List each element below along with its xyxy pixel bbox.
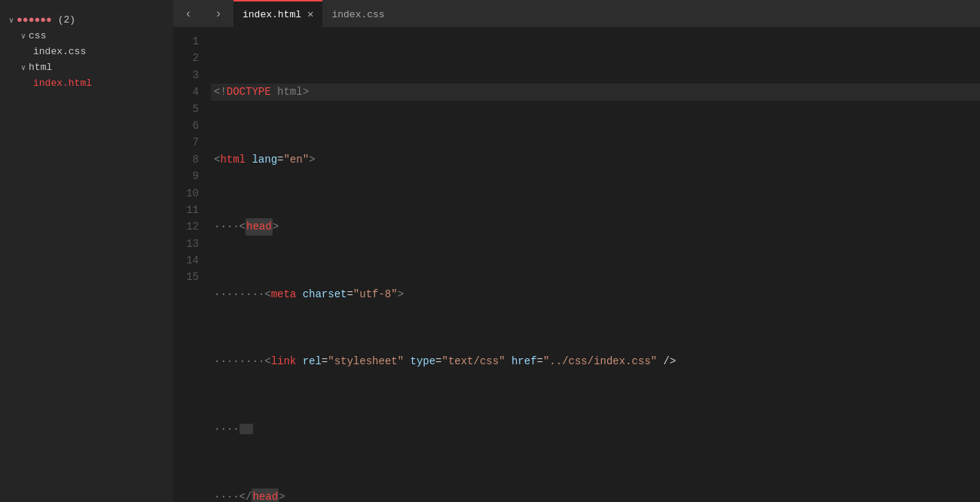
sidebar-header [0, 0, 173, 12]
line-num-5: 5 [173, 101, 199, 117]
code-token [296, 286, 302, 303]
code-token: ···· [214, 488, 240, 502]
code-line-6: ···· [211, 421, 980, 437]
code-token [246, 151, 252, 168]
code-token: < [264, 353, 270, 370]
code-token: type [411, 353, 436, 370]
code-token: href [511, 353, 537, 370]
code-token: < [214, 151, 220, 168]
line-num-10: 10 [173, 185, 199, 202]
code-token: DOCTYPE [227, 84, 271, 100]
code-token [296, 353, 302, 370]
line-num-7: 7 [173, 134, 199, 151]
line-num-6: 6 [173, 117, 199, 134]
code-token: </ [240, 488, 252, 502]
sidebar-item-html[interactable]: ∨ html [0, 59, 173, 75]
sidebar-item-index-css[interactable]: index.css [0, 44, 173, 59]
line-num-14: 14 [173, 252, 199, 269]
code-token: /> [657, 353, 676, 370]
code-token: = [322, 353, 328, 370]
code-token: ···· [214, 218, 240, 235]
line-num-2: 2 [173, 50, 199, 66]
tab-index-css[interactable]: index.css [322, 0, 398, 27]
sidebar: ∨ ●●●●●● (2) ∨ css index.css ∨ html inde… [0, 0, 173, 502]
code-editor[interactable]: 1 2 3 4 5 6 7 8 9 10 11 12 13 14 15 <!DO… [173, 27, 980, 502]
line-num-4: 4 [173, 84, 199, 100]
code-token: ···· [214, 421, 240, 437]
code-token: rel [303, 353, 322, 370]
code-token: > [398, 286, 404, 303]
code-token: head [246, 218, 273, 235]
line-num-9: 9 [173, 168, 199, 184]
line-num-3: 3 [173, 67, 199, 84]
code-line-3: ····<head> [211, 218, 980, 235]
code-line-5: ········<link rel="stylesheet" type="tex… [211, 353, 980, 370]
code-token: "stylesheet" [328, 353, 404, 370]
code-token: <! [214, 84, 227, 100]
code-token: link [271, 353, 297, 370]
tab-label: index.html [243, 9, 301, 20]
code-token: > [279, 488, 285, 502]
code-token: meta [271, 286, 297, 303]
editor-area: ‹ › index.html ✕ index.css 1 2 3 4 5 6 7… [173, 0, 980, 502]
code-line-1: <!DOCTYPE html> [211, 84, 980, 100]
code-token: "en" [283, 151, 309, 168]
line-numbers: 1 2 3 4 5 6 7 8 9 10 11 12 13 14 15 [173, 32, 211, 502]
index-css-label: index.css [33, 46, 86, 57]
code-line-4: ········<meta charset="utf-8"> [211, 286, 980, 303]
code-token: < [264, 286, 270, 303]
back-button[interactable]: ‹ [173, 0, 203, 27]
html-folder-label: html [29, 62, 52, 73]
code-token: html [220, 151, 246, 168]
line-num-15: 15 [173, 269, 199, 285]
code-token: head [252, 488, 279, 502]
code-token: "../css/index.css" [543, 353, 657, 370]
arrow-icon: ∨ [9, 16, 14, 25]
forward-button[interactable]: › [203, 0, 234, 27]
line-num-12: 12 [173, 218, 199, 235]
code-token: ········ [214, 286, 264, 303]
close-icon[interactable]: ✕ [307, 9, 313, 20]
arrow-icon: ∨ [21, 63, 26, 72]
code-token [404, 353, 410, 370]
index-html-label: index.html [33, 78, 92, 89]
tab-bar: ‹ › index.html ✕ index.css [173, 0, 980, 27]
code-token: lang [252, 151, 277, 168]
code-token: > [309, 151, 315, 168]
code-token [505, 353, 511, 370]
tab-label: index.css [331, 9, 384, 20]
line-num-1: 1 [173, 33, 199, 50]
sidebar-item-css[interactable]: ∨ css [0, 28, 173, 44]
code-line-2: <html lang="en"> [211, 151, 980, 168]
sidebar-item-root[interactable]: ∨ ●●●●●● (2) [0, 12, 173, 28]
css-folder-label: css [29, 30, 46, 41]
code-token: = [537, 353, 543, 370]
code-token: = [277, 151, 283, 168]
code-token: html [271, 84, 303, 100]
tab-index-html[interactable]: index.html ✕ [234, 0, 322, 27]
code-token: = [347, 286, 353, 303]
code-content[interactable]: <!DOCTYPE html> <html lang="en"> ····<he… [211, 32, 980, 502]
code-token: charset [303, 286, 347, 303]
line-num-11: 11 [173, 202, 199, 218]
code-token: "text/css" [442, 353, 505, 370]
code-token: > [273, 218, 279, 235]
code-token: ········ [214, 353, 264, 370]
code-token: > [303, 84, 309, 100]
line-num-8: 8 [173, 151, 199, 168]
code-line-7: ····</head> [211, 488, 980, 502]
line-num-13: 13 [173, 236, 199, 252]
code-token: "utf-8" [353, 286, 398, 303]
arrow-icon: ∨ [21, 32, 26, 41]
code-token: = [435, 353, 441, 370]
code-token: < [240, 218, 246, 235]
sidebar-item-index-html[interactable]: index.html [0, 75, 173, 91]
root-folder-label: ●●●●●● (2) [17, 14, 75, 26]
